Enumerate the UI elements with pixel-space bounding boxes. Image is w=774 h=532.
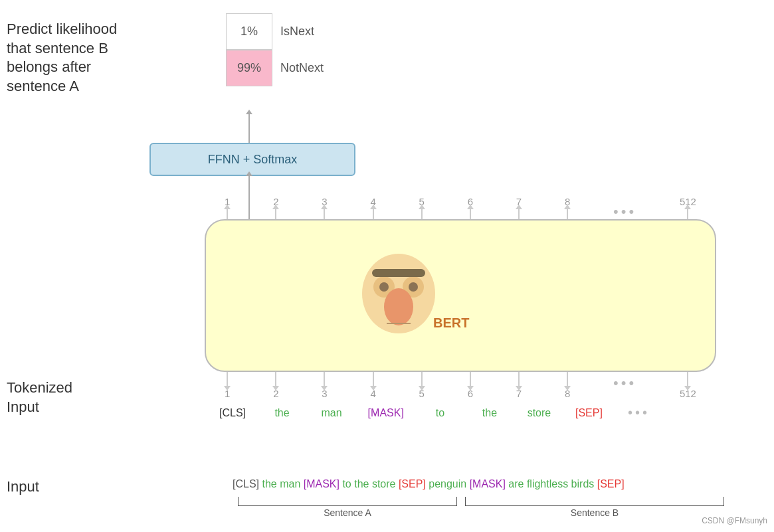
notnext-label: NotNext — [280, 61, 324, 75]
input-sentence: [CLS] the man [MASK] to the store [SEP] … — [233, 478, 625, 490]
token-mask1: [MASK] — [368, 407, 404, 419]
isnext-label: IsNext — [280, 25, 314, 39]
sentence-a-label: Sentence A — [238, 507, 457, 518]
input-to-store: to the store — [339, 478, 399, 489]
sentence-b-line — [465, 497, 724, 506]
input-mask2: [MASK] — [470, 478, 506, 489]
sentence-a-line — [238, 497, 457, 506]
num-below-dots: ••• — [613, 372, 636, 395]
num-below-3: 3 — [322, 372, 327, 399]
svg-rect-6 — [372, 269, 425, 277]
tokenized-label: TokenizedInput — [7, 379, 113, 416]
input-cls: [CLS] — [233, 478, 262, 489]
input-sep2: [SEP] — [597, 478, 625, 489]
input-label: Input — [7, 478, 39, 495]
token-dots: ••• — [625, 405, 652, 420]
bert-main-box — [205, 219, 716, 372]
input-the-man: the man — [262, 478, 303, 489]
watermark: CSDN @FMsunyh — [702, 516, 767, 525]
predict-text: Predict likelihood that sentence B belon… — [7, 21, 117, 94]
notnext-pct: 99% — [237, 61, 261, 75]
num-below-8: 8 — [565, 372, 570, 399]
num-below-4: 4 — [370, 372, 375, 399]
input-sep1: [SEP] — [399, 478, 426, 489]
input-mask1: [MASK] — [304, 478, 339, 489]
arrow-down-7 — [518, 372, 520, 387]
sentence-b-label: Sentence B — [465, 507, 724, 518]
svg-point-4 — [409, 282, 418, 292]
arrow-down-4 — [373, 372, 374, 387]
arrow-down-1 — [227, 372, 228, 387]
svg-point-3 — [379, 282, 389, 292]
arrow-down-512 — [687, 372, 688, 387]
token-man: man — [318, 407, 345, 419]
num-below-7: 7 — [516, 372, 522, 399]
input-are-birds: are flightless birds — [506, 478, 597, 489]
bert-label: BERT — [433, 315, 469, 331]
token-the1: the — [269, 407, 296, 419]
arrow-down-3 — [324, 372, 325, 387]
notnext-box: 99% — [226, 50, 272, 86]
num-below-5: 5 — [419, 372, 425, 399]
svg-point-5 — [384, 288, 413, 325]
arrow-down-5 — [421, 372, 423, 387]
arrow-down-6 — [470, 372, 471, 387]
output-boxes: 1% IsNext 99% NotNext — [226, 13, 324, 86]
ffnn-label: FFNN + Softmax — [208, 153, 298, 167]
token-the2: the — [476, 407, 503, 419]
ffnn-box: FFNN + Softmax — [149, 143, 355, 176]
isnext-row: 1% IsNext — [226, 13, 314, 50]
num-below-6: 6 — [468, 372, 473, 399]
token-to: to — [427, 407, 453, 419]
token-store: store — [526, 407, 552, 419]
numbers-below: 1 2 3 4 5 6 7 8 ••• 512 — [205, 372, 716, 399]
arrow-output-to-ffnn — [248, 114, 250, 144]
isnext-pct: 1% — [241, 25, 258, 39]
arrow-down-2 — [275, 372, 276, 387]
num-below-2: 2 — [273, 372, 278, 399]
token-cls: [CLS] — [219, 407, 246, 419]
input-penguin: penguin — [426, 478, 470, 489]
notnext-row: 99% NotNext — [226, 50, 324, 86]
num-below-512: 512 — [680, 372, 696, 399]
isnext-box: 1% — [226, 13, 272, 50]
tokens-row: [CLS] the man [MASK] to the store [SEP] … — [205, 405, 716, 420]
token-sep: [SEP] — [575, 407, 603, 419]
arrow-down-8 — [567, 372, 568, 387]
sentence-a-bracket: Sentence A — [238, 497, 457, 518]
sentence-b-bracket: Sentence B — [465, 497, 724, 518]
num-below-1: 1 — [225, 372, 230, 399]
predict-label: Predict likelihood that sentence B belon… — [7, 20, 140, 96]
